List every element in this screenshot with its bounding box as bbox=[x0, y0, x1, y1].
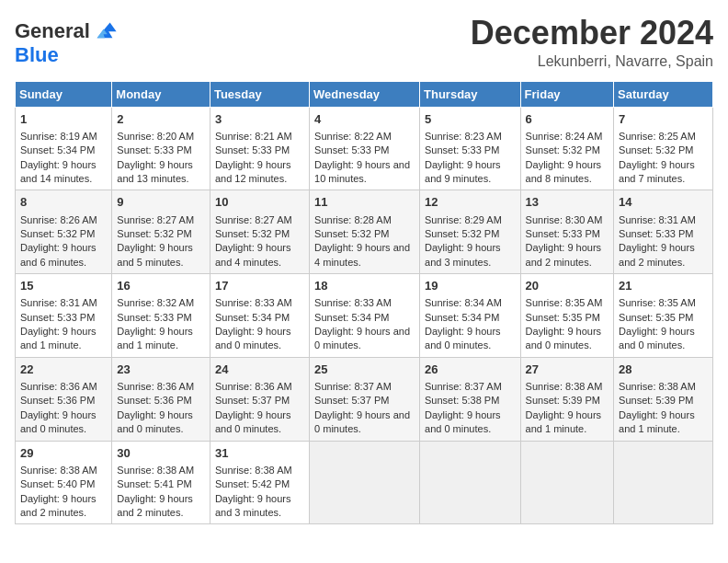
calendar-row: 1Sunrise: 8:19 AMSunset: 5:34 PMDaylight… bbox=[16, 107, 713, 190]
sunrise-text: Sunrise: 8:32 AM bbox=[117, 297, 194, 308]
day-number: 24 bbox=[215, 362, 304, 378]
sunrise-text: Sunrise: 8:38 AM bbox=[117, 465, 194, 476]
day-number: 26 bbox=[425, 362, 516, 378]
daylight-text: Daylight: 9 hours and 0 minutes. bbox=[20, 409, 97, 434]
sunset-text: Sunset: 5:33 PM bbox=[20, 312, 95, 323]
sunset-text: Sunset: 5:34 PM bbox=[215, 312, 290, 323]
day-number: 30 bbox=[117, 445, 205, 462]
month-title: December 2024 bbox=[471, 15, 713, 52]
daylight-text: Daylight: 9 hours and 2 minutes. bbox=[20, 493, 97, 518]
day-number: 14 bbox=[619, 194, 708, 211]
calendar-cell: 8Sunrise: 8:26 AMSunset: 5:32 PMDaylight… bbox=[16, 190, 112, 274]
logo-text-general: General bbox=[15, 20, 90, 42]
sunrise-text: Sunrise: 8:35 AM bbox=[526, 297, 603, 308]
calendar-cell: 3Sunrise: 8:21 AMSunset: 5:33 PMDaylight… bbox=[210, 107, 309, 190]
day-number: 20 bbox=[526, 278, 609, 294]
sunrise-text: Sunrise: 8:38 AM bbox=[526, 381, 603, 392]
calendar-cell: 23Sunrise: 8:36 AMSunset: 5:36 PMDayligh… bbox=[112, 357, 210, 441]
header-row: SundayMondayTuesdayWednesdayThursdayFrid… bbox=[16, 81, 713, 107]
column-header-monday: Monday bbox=[112, 81, 210, 107]
column-header-friday: Friday bbox=[520, 81, 614, 107]
sunset-text: Sunset: 5:33 PM bbox=[117, 312, 191, 323]
day-number: 29 bbox=[20, 445, 107, 462]
day-number: 21 bbox=[619, 278, 708, 294]
sunset-text: Sunset: 5:34 PM bbox=[425, 312, 499, 323]
day-number: 18 bbox=[314, 278, 415, 294]
daylight-text: Daylight: 9 hours and 2 minutes. bbox=[526, 242, 602, 267]
daylight-text: Daylight: 9 hours and 0 minutes. bbox=[117, 409, 193, 434]
sunrise-text: Sunrise: 8:24 AM bbox=[526, 131, 603, 142]
daylight-text: Daylight: 9 hours and 1 minute. bbox=[526, 409, 602, 434]
sunrise-text: Sunrise: 8:33 AM bbox=[215, 297, 292, 308]
sunset-text: Sunset: 5:33 PM bbox=[619, 228, 693, 239]
sunset-text: Sunset: 5:32 PM bbox=[215, 228, 290, 239]
sunrise-text: Sunrise: 8:22 AM bbox=[314, 131, 392, 142]
title-area: December 2024 Lekunberri, Navarre, Spain bbox=[471, 15, 713, 70]
column-header-saturday: Saturday bbox=[614, 81, 713, 107]
calendar-row: 8Sunrise: 8:26 AMSunset: 5:32 PMDaylight… bbox=[16, 190, 713, 274]
calendar-cell: 12Sunrise: 8:29 AMSunset: 5:32 PMDayligh… bbox=[420, 190, 521, 274]
daylight-text: Daylight: 9 hours and 2 minutes. bbox=[117, 493, 193, 518]
calendar-cell bbox=[614, 441, 713, 524]
daylight-text: Daylight: 9 hours and 2 minutes. bbox=[619, 242, 695, 267]
calendar-cell: 19Sunrise: 8:34 AMSunset: 5:34 PMDayligh… bbox=[420, 274, 521, 358]
daylight-text: Daylight: 9 hours and 4 minutes. bbox=[314, 242, 410, 267]
daylight-text: Daylight: 9 hours and 0 minutes. bbox=[619, 326, 695, 350]
sunrise-text: Sunrise: 8:26 AM bbox=[20, 214, 97, 225]
sunset-text: Sunset: 5:35 PM bbox=[526, 312, 600, 323]
sunrise-text: Sunrise: 8:38 AM bbox=[215, 465, 292, 476]
calendar-cell: 14Sunrise: 8:31 AMSunset: 5:33 PMDayligh… bbox=[614, 190, 713, 274]
logo: General Blue bbox=[15, 18, 118, 66]
sunrise-text: Sunrise: 8:28 AM bbox=[314, 214, 392, 225]
daylight-text: Daylight: 9 hours and 0 minutes. bbox=[314, 409, 410, 434]
daylight-text: Daylight: 9 hours and 8 minutes. bbox=[526, 159, 602, 184]
calendar-cell: 6Sunrise: 8:24 AMSunset: 5:32 PMDaylight… bbox=[520, 107, 614, 190]
sunset-text: Sunset: 5:34 PM bbox=[20, 144, 95, 155]
sunrise-text: Sunrise: 8:36 AM bbox=[215, 381, 292, 392]
sunrise-text: Sunrise: 8:31 AM bbox=[619, 214, 696, 225]
calendar-cell: 13Sunrise: 8:30 AMSunset: 5:33 PMDayligh… bbox=[520, 190, 614, 274]
day-number: 8 bbox=[20, 194, 107, 211]
calendar-cell: 25Sunrise: 8:37 AMSunset: 5:37 PMDayligh… bbox=[310, 357, 420, 441]
sunset-text: Sunset: 5:41 PM bbox=[117, 478, 191, 489]
daylight-text: Daylight: 9 hours and 9 minutes. bbox=[425, 159, 501, 184]
sunset-text: Sunset: 5:39 PM bbox=[619, 395, 693, 406]
sunrise-text: Sunrise: 8:31 AM bbox=[20, 297, 97, 308]
day-number: 17 bbox=[215, 278, 304, 294]
daylight-text: Daylight: 9 hours and 0 minutes. bbox=[425, 409, 501, 434]
calendar-cell: 31Sunrise: 8:38 AMSunset: 5:42 PMDayligh… bbox=[210, 441, 309, 524]
sunset-text: Sunset: 5:42 PM bbox=[215, 478, 290, 489]
day-number: 15 bbox=[20, 278, 107, 294]
sunset-text: Sunset: 5:33 PM bbox=[526, 228, 600, 239]
sunset-text: Sunset: 5:39 PM bbox=[526, 395, 600, 406]
sunset-text: Sunset: 5:35 PM bbox=[619, 312, 693, 323]
sunset-text: Sunset: 5:37 PM bbox=[215, 395, 290, 406]
calendar-cell: 1Sunrise: 8:19 AMSunset: 5:34 PMDaylight… bbox=[16, 107, 112, 190]
daylight-text: Daylight: 9 hours and 1 minute. bbox=[20, 326, 97, 350]
calendar-cell: 26Sunrise: 8:37 AMSunset: 5:38 PMDayligh… bbox=[420, 357, 521, 441]
logo-icon bbox=[92, 18, 118, 44]
calendar-cell bbox=[310, 441, 420, 524]
sunset-text: Sunset: 5:40 PM bbox=[20, 478, 95, 489]
calendar-row: 15Sunrise: 8:31 AMSunset: 5:33 PMDayligh… bbox=[16, 274, 713, 358]
calendar-cell: 9Sunrise: 8:27 AMSunset: 5:32 PMDaylight… bbox=[112, 190, 210, 274]
sunset-text: Sunset: 5:33 PM bbox=[215, 144, 290, 155]
daylight-text: Daylight: 9 hours and 0 minutes. bbox=[425, 326, 501, 350]
daylight-text: Daylight: 9 hours and 1 minute. bbox=[117, 326, 193, 350]
sunrise-text: Sunrise: 8:23 AM bbox=[425, 131, 502, 142]
day-number: 4 bbox=[314, 111, 415, 128]
calendar-cell: 15Sunrise: 8:31 AMSunset: 5:33 PMDayligh… bbox=[16, 274, 112, 358]
sunset-text: Sunset: 5:33 PM bbox=[117, 144, 191, 155]
day-number: 31 bbox=[215, 445, 304, 462]
sunrise-text: Sunrise: 8:37 AM bbox=[425, 381, 502, 392]
sunset-text: Sunset: 5:37 PM bbox=[314, 395, 389, 406]
day-number: 16 bbox=[117, 278, 205, 294]
daylight-text: Daylight: 9 hours and 10 minutes. bbox=[314, 159, 410, 184]
calendar-cell: 22Sunrise: 8:36 AMSunset: 5:36 PMDayligh… bbox=[16, 357, 112, 441]
calendar-cell: 18Sunrise: 8:33 AMSunset: 5:34 PMDayligh… bbox=[310, 274, 420, 358]
sunrise-text: Sunrise: 8:27 AM bbox=[117, 214, 194, 225]
day-number: 1 bbox=[20, 111, 107, 128]
day-number: 23 bbox=[117, 362, 205, 378]
day-number: 3 bbox=[215, 111, 304, 128]
sunrise-text: Sunrise: 8:38 AM bbox=[619, 381, 696, 392]
